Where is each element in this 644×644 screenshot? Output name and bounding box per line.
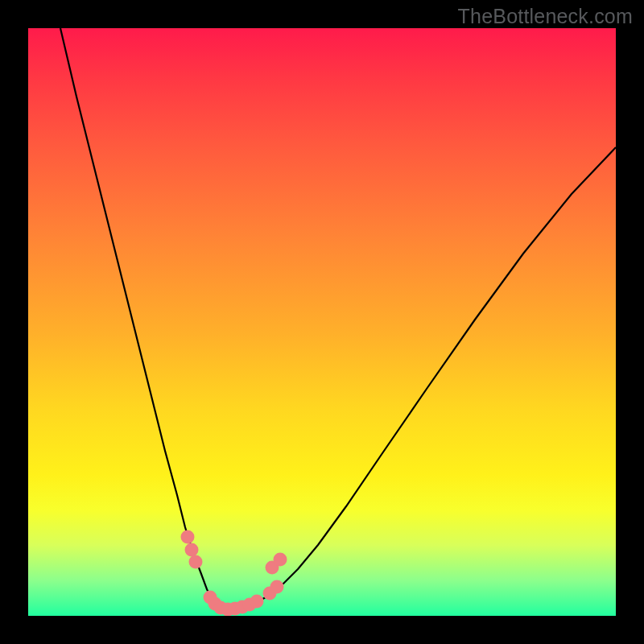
data-markers: [181, 530, 287, 617]
marker-dot: [185, 543, 199, 557]
marker-dot: [181, 530, 195, 544]
marker-dot: [274, 553, 287, 567]
curve-layer: [28, 28, 616, 616]
plot-area: [28, 28, 616, 616]
marker-dot: [270, 580, 284, 594]
bottleneck-curve: [60, 28, 616, 609]
watermark-text: TheBottleneck.com: [458, 5, 633, 28]
marker-dot: [189, 555, 203, 569]
chart-frame: TheBottleneck.com: [0, 0, 644, 644]
marker-dot: [250, 595, 264, 609]
